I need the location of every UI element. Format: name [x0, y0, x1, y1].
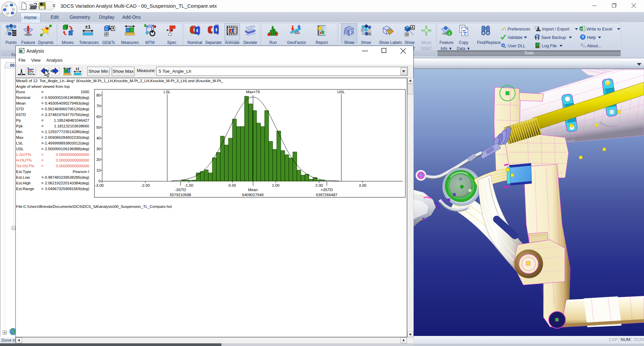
svg-text:-2.00: -2.00 [141, 183, 150, 187]
svg-text:A: A [425, 29, 427, 33]
svg-text:5579210588: 5579210588 [170, 193, 191, 197]
svg-text:40: 40 [96, 136, 101, 140]
svg-text:A: A [112, 26, 114, 30]
svg-text:Mean: Mean [248, 188, 258, 192]
svg-text:-3.00: -3.00 [95, 183, 104, 187]
svg-text:USL: USL [337, 90, 345, 94]
svg-text:+3STD: +3STD [321, 188, 333, 192]
svg-text:0.00: 0.00 [228, 183, 236, 187]
svg-text:±1: ±1 [85, 24, 91, 30]
svg-text:2.00: 2.00 [315, 183, 323, 187]
svg-text:30: 30 [96, 147, 101, 151]
svg-text:LSL: LSL [164, 90, 171, 94]
svg-text:?: ? [582, 35, 584, 39]
svg-text:Max=79: Max=79 [246, 90, 260, 94]
svg-text:±1: ±1 [75, 67, 79, 71]
svg-text:70: 70 [96, 104, 101, 108]
svg-text:-3STD: -3STD [175, 188, 186, 192]
svg-text:80: 80 [96, 93, 101, 97]
svg-text:6397266487: 6397266487 [316, 193, 337, 197]
svg-text:50: 50 [96, 125, 101, 129]
svg-text:-1.00: -1.00 [184, 183, 193, 187]
svg-text:X: X [580, 27, 582, 31]
svg-text:3.00: 3.00 [359, 183, 366, 187]
svg-text:6409027949: 6409027949 [242, 193, 264, 197]
svg-text:A: A [411, 26, 414, 30]
svg-text:1.00: 1.00 [272, 183, 279, 187]
svg-text:0: 0 [99, 179, 101, 183]
svg-text:60: 60 [96, 115, 101, 119]
svg-text:10: 10 [96, 168, 101, 172]
svg-text:20: 20 [96, 158, 101, 162]
